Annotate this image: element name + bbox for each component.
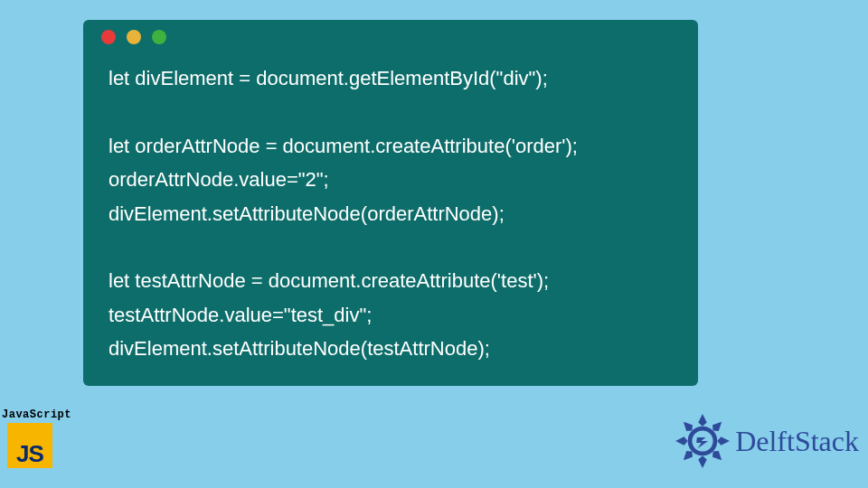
svg-marker-0 [698,414,707,427]
brand-name: DelftStack [735,425,859,458]
javascript-label: JavaScript [2,408,58,421]
maximize-icon [152,30,166,44]
javascript-badge: JavaScript JS [2,408,58,468]
brand-logo-icon [672,410,733,472]
minimize-icon [127,30,141,44]
javascript-logo-icon: JS [7,423,52,468]
svg-marker-2 [717,436,730,446]
code-window: let divElement = document.getElementById… [83,20,698,386]
svg-marker-6 [675,436,688,446]
code-block: let divElement = document.getElementById… [83,54,698,366]
window-titlebar [83,20,698,54]
javascript-mark: JS [16,442,43,468]
brand: DelftStack [672,410,859,472]
close-icon [101,30,116,44]
svg-marker-4 [698,455,707,468]
